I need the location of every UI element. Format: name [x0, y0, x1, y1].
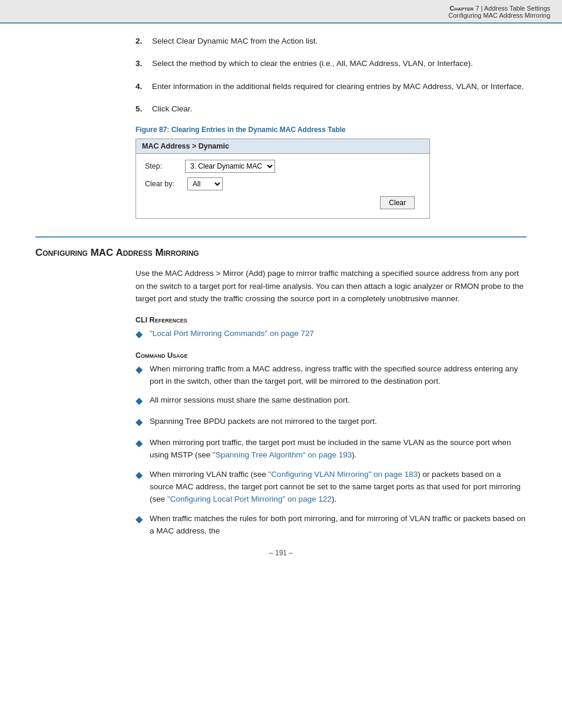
- bullet-5-link2[interactable]: "Configuring Local Port Mirroring" on pa…: [167, 495, 332, 503]
- step-label: Step:: [145, 162, 180, 170]
- bullet-5-link1[interactable]: "Configuring VLAN Mirroring" on page 183: [269, 470, 418, 479]
- section-heading: Configuring MAC Address Mirroring: [35, 247, 527, 259]
- step-5: 5. Click Clear.: [135, 103, 527, 115]
- page-content: 2. Select Clear Dynamic MAC from the Act…: [0, 24, 562, 581]
- command-usage-title: Command Usage: [135, 351, 527, 360]
- numbered-steps: 2. Select Clear Dynamic MAC from the Act…: [135, 35, 527, 115]
- cli-link-anchor[interactable]: "Local Port Mirroring Commands" on page …: [150, 329, 314, 338]
- clear-btn-row: Clear: [145, 196, 421, 209]
- bullet-1-text: When mirroring traffic from a MAC addres…: [150, 363, 527, 388]
- clearby-row: Clear by: All: [145, 177, 421, 190]
- chapter-word: Chapter: [449, 5, 474, 12]
- bullet-6-text: When traffic matches the rules for both …: [150, 513, 527, 538]
- bullet-2: ◆ All mirror sessions must share the sam…: [135, 394, 527, 409]
- diamond-icon-4: ◆: [135, 436, 147, 451]
- figure-title: Figure 87: Clearing Entries in the Dynam…: [135, 126, 527, 134]
- step-3-text: Select the method by which to clear the …: [152, 58, 527, 70]
- diamond-icon-6: ◆: [135, 512, 147, 527]
- section-heading-text: Configuring MAC Address Mirroring: [35, 247, 199, 258]
- step-4-num: 4.: [135, 81, 152, 93]
- header-bar: Chapter 7 | Address Table Settings Confi…: [0, 0, 562, 24]
- header-section1: Address Table Settings: [484, 5, 550, 12]
- bullet-3: ◆ Spanning Tree BPDU packets are not mir…: [135, 416, 527, 430]
- bullet-4: ◆ When mirroring port traffic, the targe…: [135, 437, 527, 462]
- figure-box: MAC Address > Dynamic Step: 3. Clear Dyn…: [135, 139, 430, 219]
- bullet-4-link[interactable]: "Spanning Tree Algorithm" on page 193: [213, 450, 352, 459]
- bullet-6: ◆ When traffic matches the rules for bot…: [135, 513, 527, 538]
- step-4: 4. Enter information in the additional f…: [135, 81, 527, 93]
- clearby-select[interactable]: All: [187, 177, 223, 190]
- bullet-5: ◆ When mirroring VLAN traffic (see "Conf…: [135, 469, 527, 506]
- section-description: Use the MAC Address > Mirror (Add) page …: [135, 267, 527, 305]
- section-divider: [35, 236, 527, 238]
- step-2: 2. Select Clear Dynamic MAC from the Act…: [135, 35, 527, 47]
- diamond-icon-1: ◆: [135, 363, 147, 377]
- diamond-icon-3: ◆: [135, 415, 147, 430]
- cli-references-title: CLI References: [135, 316, 527, 324]
- step-2-text: Select Clear Dynamic MAC from the Action…: [152, 35, 527, 47]
- diamond-icon-2: ◆: [135, 394, 147, 409]
- bullet-3-text: Spanning Tree BPDU packets are not mirro…: [150, 416, 527, 428]
- bullet-4-text: When mirroring port traffic, the target …: [150, 437, 527, 462]
- step-row: Step: 3. Clear Dynamic MAC: [145, 160, 421, 173]
- command-usage-list: ◆ When mirroring traffic from a MAC addr…: [135, 363, 527, 538]
- step-3: 3. Select the method by which to clear t…: [135, 58, 527, 70]
- chapter-num: 7: [475, 5, 479, 12]
- diamond-icon-5: ◆: [135, 468, 147, 483]
- cli-list: ◆ "Local Port Mirroring Commands" on pag…: [135, 328, 527, 342]
- step-2-num: 2.: [135, 35, 152, 47]
- chapter-label: Chapter 7 | Address Table Settings: [12, 5, 550, 12]
- step-4-text: Enter information in the additional fiel…: [152, 81, 527, 93]
- step-5-text: Click Clear.: [152, 103, 527, 115]
- figure-body: Step: 3. Clear Dynamic MAC Clear by: All…: [136, 154, 429, 218]
- steps-list: 2. Select Clear Dynamic MAC from the Act…: [135, 35, 527, 115]
- cli-link: "Local Port Mirroring Commands" on page …: [150, 328, 527, 340]
- step-3-num: 3.: [135, 58, 152, 70]
- bullet-2-text: All mirror sessions must share the same …: [150, 394, 527, 407]
- cli-list-item: ◆ "Local Port Mirroring Commands" on pag…: [135, 328, 527, 342]
- bullet-5-text: When mirroring VLAN traffic (see "Config…: [150, 469, 527, 506]
- figure-container: Figure 87: Clearing Entries in the Dynam…: [135, 126, 527, 219]
- clearby-label: Clear by:: [145, 180, 187, 188]
- figure-header: MAC Address > Dynamic: [136, 139, 429, 154]
- header-section2: Configuring MAC Address Mirroring: [12, 12, 550, 19]
- step-5-num: 5.: [135, 103, 152, 115]
- step-select[interactable]: 3. Clear Dynamic MAC: [185, 160, 275, 173]
- bullet-1: ◆ When mirroring traffic from a MAC addr…: [135, 363, 527, 388]
- diamond-icon: ◆: [135, 327, 147, 342]
- clear-button[interactable]: Clear: [380, 196, 415, 209]
- page-footer: – 191 –: [35, 549, 527, 563]
